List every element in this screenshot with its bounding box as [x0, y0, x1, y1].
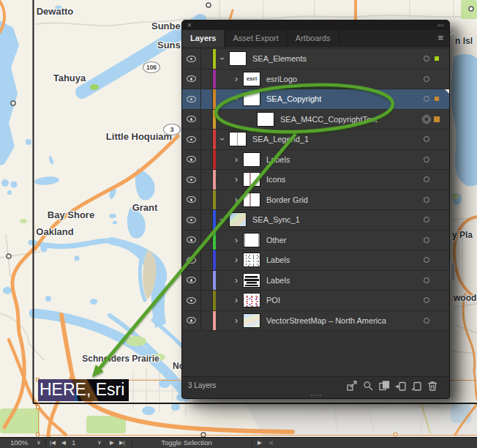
selection-handle[interactable] — [36, 433, 40, 436]
artboard-number-field[interactable]: 1 — [72, 438, 75, 448]
layer-row[interactable]: ›VectorStreetMap – North America — [182, 311, 449, 332]
layer-thumbnail[interactable] — [243, 313, 260, 328]
lock-toggle[interactable] — [201, 250, 213, 270]
layer-thumbnail[interactable] — [243, 293, 260, 307]
layer-thumbnail[interactable] — [243, 193, 260, 207]
visibility-toggle[interactable] — [182, 231, 201, 250]
tab-artboards[interactable]: Artboards — [288, 30, 339, 47]
layer-row[interactable]: ›Labels — [182, 250, 449, 271]
layer-thumbnail[interactable] — [243, 233, 260, 247]
expand-chevron[interactable]: › — [231, 295, 241, 305]
scroll-up-icon[interactable] — [450, 26, 457, 40]
layer-name[interactable]: Labels — [266, 155, 290, 164]
collect-for-export-button[interactable] — [347, 381, 358, 391]
lock-toggle[interactable] — [201, 110, 213, 130]
layer-name[interactable]: VectorStreetMap – North America — [266, 316, 386, 325]
panel-title-bar[interactable]: × << — [182, 20, 449, 30]
layer-name[interactable]: Icons — [266, 175, 285, 184]
layer-name[interactable]: POI — [266, 296, 280, 305]
layer-name[interactable]: SEA_M4CC_CopyrightText — [280, 115, 378, 124]
lock-toggle[interactable] — [201, 291, 213, 310]
target-circle[interactable] — [424, 56, 429, 61]
map-credit-text[interactable]: HERE, Esri — [38, 379, 129, 401]
expand-chevron[interactable]: › — [231, 74, 241, 84]
target-circle[interactable] — [424, 277, 429, 283]
layer-name[interactable]: SEA_Legend_1 — [252, 135, 309, 143]
collapse-panel-icon[interactable]: << — [437, 20, 444, 30]
lock-toggle[interactable] — [201, 231, 213, 250]
selection-handle[interactable] — [394, 433, 397, 436]
visibility-toggle[interactable] — [182, 210, 201, 230]
visibility-toggle[interactable] — [182, 70, 201, 89]
first-artboard-button[interactable]: |◀ — [50, 438, 56, 448]
lock-toggle[interactable] — [201, 49, 213, 69]
expand-chevron[interactable]: › — [231, 235, 241, 245]
lock-toggle[interactable] — [201, 311, 213, 331]
lock-toggle[interactable] — [201, 170, 213, 190]
visibility-toggle[interactable] — [182, 89, 201, 109]
target-circle[interactable] — [424, 297, 429, 303]
lock-toggle[interactable] — [201, 210, 213, 230]
next-artboard-button[interactable]: ▶ — [110, 438, 114, 448]
layer-name[interactable]: SEA_Copyright — [266, 94, 321, 103]
panel-resize-grip[interactable] — [311, 395, 321, 396]
expand-chevron[interactable]: › — [231, 195, 241, 205]
layer-row[interactable]: ›Border Grid — [182, 190, 449, 211]
clipping-mask-button[interactable] — [379, 381, 390, 391]
layer-row[interactable]: ›Labels — [182, 150, 449, 171]
expand-chevron[interactable]: › — [217, 214, 228, 225]
delete-layer-button[interactable] — [427, 381, 438, 391]
layer-row[interactable]: ›Icons — [182, 170, 449, 190]
layer-row[interactable]: ›Labels — [182, 271, 449, 291]
layer-row[interactable]: ›SEA_Sync_1 — [182, 210, 449, 231]
visibility-toggle[interactable] — [182, 190, 201, 210]
lock-toggle[interactable] — [201, 130, 213, 149]
layer-row[interactable]: ›Other — [182, 231, 449, 251]
target-circle[interactable] — [424, 116, 429, 122]
target-circle[interactable] — [424, 318, 429, 324]
expand-chevron[interactable]: › — [231, 275, 241, 285]
lock-toggle[interactable] — [201, 190, 213, 210]
expand-chevron[interactable]: › — [231, 255, 241, 265]
layer-row[interactable]: ›esriesriLogo — [182, 70, 449, 90]
visibility-toggle[interactable] — [182, 110, 201, 130]
expand-chevron[interactable]: › — [231, 154, 241, 165]
layer-thumbnail[interactable] — [243, 273, 260, 288]
last-artboard-button[interactable]: ▶| — [119, 438, 125, 448]
layer-row[interactable]: ›SEA_M4CC_CopyrightText — [182, 110, 449, 130]
document-scrollbar-thumb[interactable] — [450, 262, 455, 282]
layer-thumbnail[interactable]: esri — [243, 72, 260, 86]
visibility-toggle[interactable] — [182, 170, 201, 190]
target-circle[interactable] — [424, 136, 429, 142]
visibility-toggle[interactable] — [182, 311, 201, 331]
target-circle[interactable] — [424, 197, 429, 203]
target-circle[interactable] — [424, 217, 429, 223]
visibility-toggle[interactable] — [182, 130, 201, 149]
previous-artboard-button[interactable]: ◀ — [61, 438, 66, 448]
layer-thumbnail[interactable] — [257, 112, 274, 127]
layer-thumbnail[interactable] — [229, 212, 247, 227]
layer-name[interactable]: Other — [266, 236, 287, 244]
layer-thumbnail[interactable] — [243, 172, 260, 187]
layer-thumbnail[interactable] — [243, 152, 260, 167]
layer-thumbnail[interactable] — [229, 132, 247, 146]
tab-layers[interactable]: Layers — [182, 30, 225, 47]
artboard-chevron-icon[interactable]: ∨ — [97, 438, 102, 448]
tab-asset-export[interactable]: Asset Export — [225, 30, 287, 47]
visibility-toggle[interactable] — [182, 250, 201, 270]
layer-name[interactable]: SEA_Elements — [252, 54, 307, 63]
layer-thumbnail[interactable] — [243, 253, 260, 267]
status-message[interactable]: Toggle Selection — [161, 438, 212, 448]
layer-name[interactable]: esriLogo — [266, 75, 297, 83]
status-play-icon[interactable]: ▶ — [258, 438, 262, 448]
lock-toggle[interactable] — [201, 89, 213, 109]
visibility-toggle[interactable] — [182, 271, 201, 291]
visibility-toggle[interactable] — [182, 291, 201, 310]
expand-chevron[interactable]: › — [231, 316, 241, 326]
layer-row[interactable]: ›SEA_Copyright — [182, 89, 449, 110]
new-sublayer-button[interactable] — [395, 381, 406, 391]
layer-thumbnail[interactable] — [243, 92, 260, 106]
target-circle[interactable] — [424, 237, 429, 243]
target-circle[interactable] — [424, 157, 429, 163]
layer-row[interactable]: ›POI — [182, 291, 449, 311]
